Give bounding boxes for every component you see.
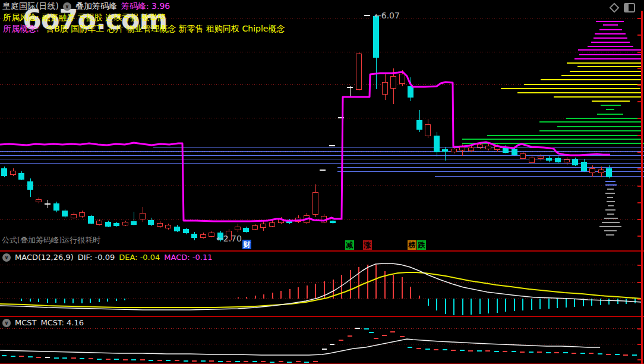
formula-note: 公式[叠加筹码峰]运行很耗时 <box>2 235 100 246</box>
grid-lines <box>0 18 642 344</box>
stock-title: 皇庭国际(日线) <box>2 1 59 12</box>
event-badge-fall[interactable]: 跌 <box>417 240 426 250</box>
event-badge-finance[interactable]: 财 <box>242 240 251 249</box>
macd-collapse-icon[interactable]: ∨ <box>2 253 11 262</box>
price-level-lines <box>0 148 644 177</box>
mcst-panel-header: ∨ MCST MCST: 4.16 <box>2 318 84 327</box>
event-badge-rise[interactable]: 涨 <box>363 240 372 250</box>
risk-row: 所属风险: 融资融券 亏损股 连续亏损 被举牌 <box>3 12 166 23</box>
mcst-collapse-icon[interactable]: ∨ <box>2 319 11 327</box>
chip-distribution <box>462 21 644 235</box>
high-price-callout: ←6.07 <box>374 11 400 20</box>
chip-peak-overlay-line <box>0 72 610 221</box>
main-candles <box>2 15 612 241</box>
macd-lines <box>0 263 642 310</box>
event-badge-reduce[interactable]: 减 <box>345 240 354 250</box>
chevron-down-icon[interactable]: ∨ <box>63 2 71 11</box>
chip-peak-label: 筹码峰: 3.96 <box>121 1 170 12</box>
mcst-plot <box>0 328 637 362</box>
concept-row: 所属概念: 含B股 国防军工 芯片 物业管理概念 新零售 租购同权 Chiple… <box>3 24 285 34</box>
right-axis <box>0 11 644 364</box>
panel-layout-icon[interactable] <box>624 3 635 12</box>
risk-label: 所属风险: <box>3 12 39 22</box>
concept-items[interactable]: 含B股 国防军工 芯片 物业管理概念 新零售 租购同权 Chiple概念 <box>46 24 285 33</box>
risk-items[interactable]: 融资融券 亏损股 连续亏损 被举牌 <box>42 12 166 22</box>
mcst-title: MCST <box>15 318 37 327</box>
macd-panel-header: ∨ MACD(12,26,9) DIF: -0.09 DEA: -0.04 MA… <box>2 253 212 262</box>
chart-canvas[interactable] <box>0 0 644 364</box>
overlay-indicator-name: 叠加筹码峰 <box>75 1 117 12</box>
macd-dea-value: DEA: -0.04 <box>119 253 160 262</box>
event-badge-rank[interactable]: 榜 <box>408 240 416 250</box>
title-bar: 皇庭国际(日线) ∨ 叠加筹码峰 筹码峰: 3.96 <box>2 1 170 12</box>
low-price-callout: ←2.70 <box>216 234 242 243</box>
macd-title: MACD(12,26,9) <box>15 253 74 262</box>
mcst-value: MCST: 4.16 <box>41 318 84 327</box>
macd-dif-value: DIF: -0.09 <box>78 253 115 262</box>
macd-hist-value: MACD: -0.11 <box>164 253 212 262</box>
concept-label: 所属概念: <box>3 24 39 33</box>
app-window: 6o7o.com 皇庭国际(日线) ∨ 叠加筹码峰 筹码峰: 3.96 所属风险… <box>0 0 644 364</box>
